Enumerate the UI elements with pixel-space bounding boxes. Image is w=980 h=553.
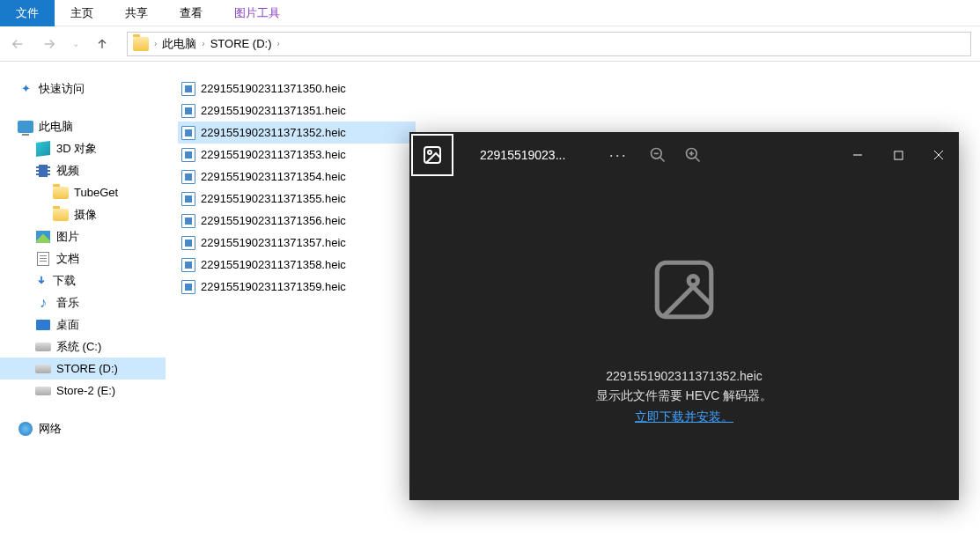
tree-downloads[interactable]: 下载 [0,269,166,291]
photos-body: 2291551902311371352.heic 显示此文件需要 HEVC 解码… [409,178,959,500]
drive-icon [35,384,51,398]
image-file-icon [181,214,195,228]
image-file-icon [181,258,195,272]
ribbon-tab-home[interactable]: 主页 [55,0,109,26]
file-name: 2291551902311371354.heic [201,170,346,183]
file-name: 2291551902311371359.heic [201,280,346,293]
tree-pictures[interactable]: 图片 [0,225,166,247]
cube-icon [35,142,51,156]
file-row[interactable]: 2291551902311371351.heic [178,100,416,122]
ribbon-tab-view[interactable]: 查看 [164,0,218,26]
address-bar[interactable]: › 此电脑 › STORE (D:) › [127,32,971,56]
tree-music[interactable]: ♪ 音乐 [0,291,166,313]
image-file-icon [181,236,195,250]
folder-icon [133,37,149,51]
tree-tubeget[interactable]: TubeGet [0,181,166,203]
tree-drive-e[interactable]: Store-2 (E:) [0,380,166,402]
tree-documents[interactable]: 文档 [0,247,166,269]
file-row[interactable]: 2291551902311371358.heic [178,254,416,276]
file-row[interactable]: 2291551902311371354.heic [178,166,416,188]
tree-network[interactable]: 网络 [0,417,166,439]
zoom-out-icon[interactable] [645,142,671,168]
breadcrumb-this-pc[interactable]: 此电脑 [162,36,196,52]
drive-icon [35,362,51,376]
navigation-pane: ✦ 快速访问 此电脑 3D 对象 视频 TubeGet 摄像 图片 [0,62,166,553]
desktop-icon [35,318,51,332]
film-icon [35,164,51,178]
tree-label: 音乐 [56,295,79,311]
tree-label: 网络 [39,421,62,437]
tree-quick-access[interactable]: ✦ 快速访问 [0,77,166,100]
chevron-right-icon: › [277,39,280,48]
photos-app-window: 22915519023... ··· 2291551902311371352.h… [409,132,959,500]
image-file-icon [181,82,195,96]
image-file-icon [181,126,195,140]
photos-filename: 2291551902311371352.heic [606,369,763,383]
ribbon-tab-file[interactable]: 文件 [0,0,55,26]
file-row[interactable]: 2291551902311371353.heic [178,144,416,166]
zoom-controls [645,142,706,168]
tree-label: STORE (D:) [56,362,118,375]
file-name: 2291551902311371350.heic [201,82,346,95]
file-name: 2291551902311371357.heic [201,236,346,249]
pc-icon [18,120,33,134]
close-button[interactable] [918,140,959,170]
tree-camera[interactable]: 摄像 [0,203,166,225]
picture-icon [35,230,51,244]
image-file-icon [181,148,195,162]
tree-this-pc[interactable]: 此电脑 [0,115,166,137]
star-icon: ✦ [18,82,33,96]
tree-label: 桌面 [56,317,79,333]
maximize-button[interactable] [878,140,918,170]
photos-titlebar[interactable]: 22915519023... ··· [409,132,959,178]
music-icon: ♪ [35,296,51,310]
tree-drive-c[interactable]: 系统 (C:) [0,335,166,358]
tree-label: 3D 对象 [56,141,97,157]
tree-label: 图片 [56,229,79,245]
file-name: 2291551902311371356.heic [201,214,346,227]
folder-icon [53,208,69,222]
ribbon-tab-picture-tools[interactable]: 图片工具 [218,0,296,26]
tree-label: 此电脑 [39,119,73,135]
svg-point-1 [428,151,431,154]
breadcrumb-drive[interactable]: STORE (D:) [210,37,272,50]
photos-app-icon [411,134,453,176]
tree-label: 视频 [56,163,79,179]
file-row[interactable]: 2291551902311371350.heic [178,77,416,100]
more-button[interactable]: ··· [601,146,636,165]
tree-3d-objects[interactable]: 3D 对象 [0,137,166,159]
recent-dropdown-icon[interactable]: ⌄ [72,39,79,48]
minimize-button[interactable] [837,140,878,170]
tree-label: 下载 [53,273,76,289]
tree-desktop[interactable]: 桌面 [0,313,166,335]
file-name: 2291551902311371358.heic [201,258,346,271]
folder-icon [53,186,69,200]
navigation-bar: ⌄ › 此电脑 › STORE (D:) › [0,26,980,62]
globe-icon [18,422,33,436]
forward-button[interactable] [41,35,58,53]
tree-drive-d[interactable]: STORE (D:) [0,358,166,380]
chevron-right-icon: › [202,39,204,48]
ribbon-tabs: 文件 主页 共享 查看 图片工具 [0,0,980,26]
svg-rect-4 [894,151,902,159]
file-name: 2291551902311371351.heic [201,104,346,117]
file-row[interactable]: 2291551902311371357.heic [178,232,416,254]
tree-videos[interactable]: 视频 [0,159,166,181]
back-button[interactable] [9,35,26,53]
zoom-in-icon[interactable] [680,142,706,168]
tree-label: 快速访问 [39,81,85,97]
photos-title: 22915519023... [480,148,565,162]
file-row[interactable]: 2291551902311371359.heic [178,276,416,298]
image-file-icon [181,192,195,206]
file-row[interactable]: 2291551902311371352.heic [178,122,416,144]
drive-icon [35,340,51,354]
download-icon [35,275,48,287]
up-button[interactable] [93,35,111,53]
photos-codec-message: 显示此文件需要 HEVC 解码器。 [596,388,773,404]
file-row[interactable]: 2291551902311371355.heic [178,188,416,210]
file-name: 2291551902311371353.heic [201,148,346,161]
photos-download-link[interactable]: 立即下载并安装。 [635,409,733,425]
ribbon-tab-share[interactable]: 共享 [109,0,164,26]
file-row[interactable]: 2291551902311371356.heic [178,210,416,232]
file-name: 2291551902311371352.heic [201,126,346,139]
